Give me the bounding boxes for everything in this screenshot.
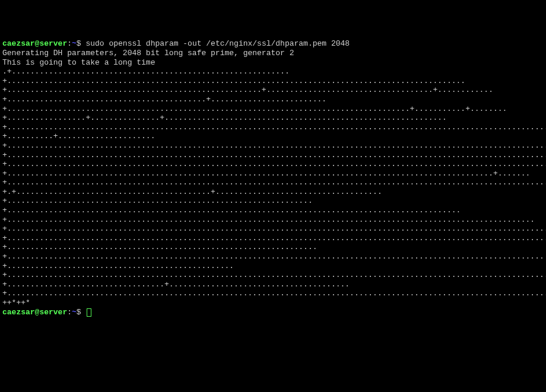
path-1: ~ [72,39,77,48]
terminal-output[interactable]: caezsar@server:~$ sudo openssl dhparam -… [2,39,544,317]
separator-1: : [67,39,72,48]
progress-dots: .+......................................… [2,67,546,307]
output-line-2: This is going to take a long time [2,58,155,67]
separator-2: : [67,308,72,317]
path-2: ~ [72,308,77,317]
prompt-line-2: caezsar@server:~$ [2,308,85,317]
cursor-icon [87,308,91,317]
user-host-1: caezsar@server [2,39,67,48]
prompt-symbol-1: $ [77,39,86,48]
output-line-1: Generating DH parameters, 2048 bit long … [2,49,294,58]
command-text: sudo openssl dhparam -out /etc/nginx/ssl… [85,39,350,48]
prompt-line-1: caezsar@server:~$ sudo openssl dhparam -… [2,39,350,48]
prompt-symbol-2: $ [77,308,86,317]
user-host-2: caezsar@server [2,308,67,317]
